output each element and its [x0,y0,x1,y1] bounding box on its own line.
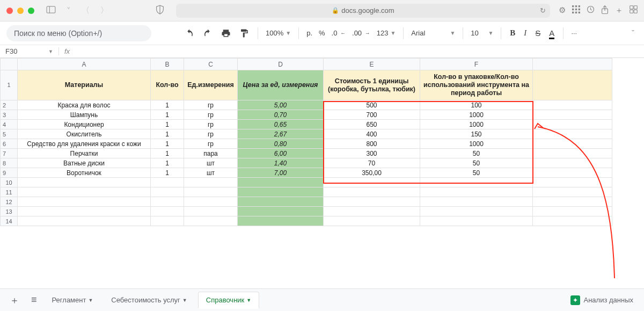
sheet-tab-reglament[interactable]: Регламент▼ [45,292,101,308]
cell-empty[interactable] [420,187,533,197]
print-button[interactable] [218,26,234,40]
cell-empty[interactable] [151,187,184,197]
cell-empty[interactable] [18,207,151,216]
cell-uses[interactable]: 100 [420,100,533,110]
cell-unit[interactable]: гр [184,120,238,129]
col-header-B[interactable]: B [151,59,184,70]
cell-price[interactable]: 7,00 [238,168,324,178]
cell-blank[interactable] [533,129,612,139]
cell-material[interactable]: Кондиционер [18,120,151,129]
cell-blank[interactable] [533,110,612,120]
cell-price[interactable]: 0,65 [238,120,324,129]
cell-cost[interactable]: 400 [324,129,420,139]
new-tab-icon[interactable]: ＋ [615,5,623,16]
row-header[interactable]: 13 [1,207,18,216]
cell-empty[interactable] [18,178,151,187]
col-header-F[interactable]: F [420,59,533,70]
cell-price[interactable]: 0,80 [238,139,324,149]
cell-empty[interactable] [238,207,324,216]
cell-empty[interactable] [18,216,151,226]
header-unit[interactable]: Ед.измерения [184,70,238,100]
nav-forward-button[interactable]: 〉 [97,4,112,17]
bold-button[interactable]: B [507,26,518,40]
col-header-A[interactable]: A [18,59,151,70]
increase-decimal-button[interactable]: .00 → [350,27,372,39]
cell-qty[interactable]: 1 [151,158,184,168]
italic-button[interactable]: I [521,26,530,40]
cell-qty[interactable]: 1 [151,139,184,149]
header-blank[interactable] [533,70,612,100]
cell-uses[interactable]: 1000 [420,120,533,129]
row-header[interactable]: 11 [1,187,18,197]
cell-blank[interactable] [533,187,612,197]
cell-empty[interactable] [18,187,151,197]
share-icon[interactable] [601,5,609,16]
cell-empty[interactable] [151,216,184,226]
cell-unit[interactable]: шт [184,158,238,168]
col-header-E[interactable]: E [324,59,420,70]
cell-qty[interactable]: 1 [151,120,184,129]
paint-format-button[interactable] [236,26,252,40]
cell-blank[interactable] [533,197,612,207]
strikethrough-button[interactable]: S [532,26,544,40]
font-family-dropdown[interactable]: Arial▼ [409,27,457,39]
cell-empty[interactable] [420,178,533,187]
cell-material[interactable]: Ватные диски [18,158,151,168]
cell-blank[interactable] [533,120,612,129]
apps-grid-icon[interactable] [572,5,580,16]
row-header[interactable]: 12 [1,197,18,207]
cell-empty[interactable] [184,207,238,216]
spreadsheet-grid[interactable]: A B C D E F 1 Материалы Кол-во Ед.измере… [0,58,644,278]
cell-qty[interactable]: 1 [151,110,184,120]
cell-material[interactable]: Шампунь [18,110,151,120]
sidebar-toggle-icon[interactable] [43,5,59,16]
cell-price[interactable]: 5,00 [238,100,324,110]
history-clock-icon[interactable] [587,5,595,16]
settings-gear-icon[interactable]: ⚙ [559,5,566,16]
collapse-toolbar-icon[interactable]: ˇ [628,27,638,40]
cell-uses[interactable]: 150 [420,129,533,139]
cell-blank[interactable] [533,168,612,178]
cell-blank[interactable] [533,149,612,158]
cell-cost[interactable]: 70 [324,158,420,168]
row-header[interactable]: 9 [1,168,18,178]
cell-empty[interactable] [151,178,184,187]
decrease-decimal-button[interactable]: .0 ← [330,27,348,39]
cell-material[interactable]: Окислитель [18,129,151,139]
header-cost[interactable]: Стоимость 1 единицы (коробка, бутылка, т… [324,70,420,100]
col-header-D[interactable]: D [238,59,324,70]
row-header[interactable]: 6 [1,139,18,149]
cell-material[interactable]: Перчатки [18,149,151,158]
cell-cost[interactable]: 300 [324,149,420,158]
undo-button[interactable] [181,26,197,40]
cell-empty[interactable] [238,216,324,226]
cell-qty[interactable]: 1 [151,129,184,139]
font-size-dropdown[interactable]: 10▼ [469,27,495,39]
cell-empty[interactable] [184,216,238,226]
cell-unit[interactable]: гр [184,110,238,120]
col-header-C[interactable]: C [184,59,238,70]
cell-empty[interactable] [238,187,324,197]
cell-blank[interactable] [533,100,612,110]
cell-empty[interactable] [184,197,238,207]
cell-empty[interactable] [324,207,420,216]
tab-overview-icon[interactable] [630,5,638,16]
cell-material[interactable]: Краска для волос [18,100,151,110]
cell-empty[interactable] [184,178,238,187]
cell-empty[interactable] [420,207,533,216]
minimize-window-button[interactable] [17,8,24,14]
cell-empty[interactable] [184,187,238,197]
row-header[interactable]: 3 [1,110,18,120]
reload-icon[interactable]: ↻ [540,6,546,15]
cell-uses[interactable]: 50 [420,149,533,158]
cell-material[interactable]: Воротничок [18,168,151,178]
cell-empty[interactable] [151,207,184,216]
row-header[interactable]: 10 [1,178,18,187]
cell-cost[interactable]: 700 [324,110,420,120]
col-header-blank[interactable] [533,59,612,70]
row-header[interactable]: 8 [1,158,18,168]
cell-empty[interactable] [18,197,151,207]
header-uses[interactable]: Кол-во в упаковке/Кол-во использований и… [420,70,533,100]
cell-cost[interactable]: 350,00 [324,168,420,178]
row-header[interactable]: 5 [1,129,18,139]
